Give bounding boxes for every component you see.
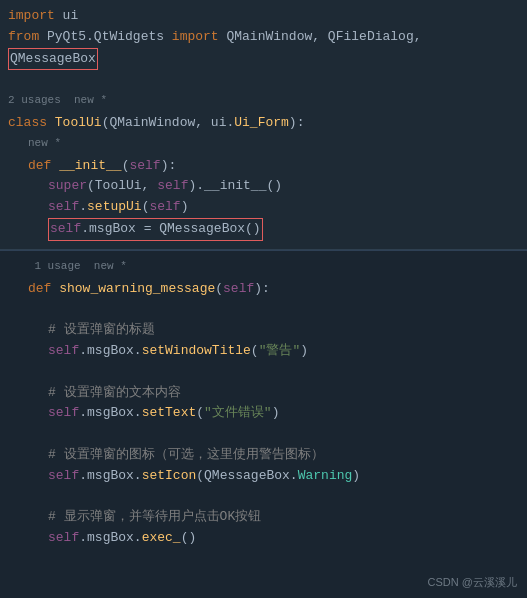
code-editor: import ui from PyQt5.QtWidgets import QM…: [0, 0, 527, 598]
funcname-init: __init__: [51, 156, 121, 177]
blank-line-2: [8, 299, 519, 320]
text-ui: ui: [55, 6, 78, 27]
watermark: CSDN @云溪溪儿: [428, 575, 517, 590]
line-super: super (ToolUi, self ).__init__(): [8, 176, 519, 197]
line-from: from PyQt5.QtWidgets import QMainWindow,…: [8, 27, 519, 71]
class-colon: ):: [289, 113, 305, 134]
usage-count-1: 2 usages new *: [8, 91, 519, 111]
keyword-class: class: [8, 113, 47, 134]
show-colon: ):: [254, 279, 270, 300]
super-args: (ToolUi,: [87, 176, 157, 197]
line-set-text: self . msgBox. setText ( "文件错误" ): [8, 403, 519, 424]
icon-close: ): [352, 466, 360, 487]
line-import-ui: import ui: [8, 6, 519, 27]
top-code-section: import ui from PyQt5.QtWidgets import QM…: [0, 0, 527, 250]
setup-args: (: [142, 197, 150, 218]
self-exec: self: [48, 528, 79, 549]
blank-line-1: [8, 70, 519, 91]
blank-line-5: [8, 487, 519, 508]
keyword-import: import: [8, 6, 55, 27]
line-new-star: new *: [8, 134, 519, 156]
usage-count-2: 1 usage new *: [8, 257, 519, 277]
keyword-import2: import: [172, 27, 219, 48]
dot1: .: [79, 341, 87, 362]
self-msgbox: self: [50, 219, 81, 240]
msgbox-ref3: msgBox.: [87, 466, 142, 487]
blank-line-3: [8, 362, 519, 383]
funcname-show-warning: show_warning_message: [51, 279, 215, 300]
warning-enum: Warning: [298, 466, 353, 487]
init-params: (: [122, 156, 130, 177]
text-open: (: [196, 403, 204, 424]
super-call: super: [48, 176, 87, 197]
func-exec: exec_: [142, 528, 181, 549]
line-setup-ui: self . setupUi ( self ): [8, 197, 519, 218]
line-set-window-title: self . msgBox. setWindowTitle ( "警告" ): [8, 341, 519, 362]
module-name: PyQt5.QtWidgets: [39, 27, 172, 48]
func-set-text: setText: [142, 403, 197, 424]
icon-open: (QMessageBox.: [196, 466, 297, 487]
class-parents: (QMainWindow, ui.: [102, 113, 235, 134]
func-setup-ui: setupUi: [87, 197, 142, 218]
line-def-init: def __init__ ( self ):: [8, 156, 519, 177]
self-icon: self: [48, 466, 79, 487]
func-set-title: setWindowTitle: [142, 341, 251, 362]
self-title: self: [48, 341, 79, 362]
qmessagebox-constructor: QMessageBox(): [159, 219, 260, 240]
line-class: class ToolUi (QMainWindow, ui. Ui_Form )…: [8, 113, 519, 134]
super-rest: ).__init__(): [188, 176, 282, 197]
msgbox-assign-highlighted: self . msgBox = QMessageBox(): [48, 218, 263, 241]
comment-exec: # 显示弹窗，并等待用户点击OK按钮: [48, 507, 261, 528]
msgbox-ref4: msgBox.: [87, 528, 142, 549]
msgbox-ref1: msgBox.: [87, 341, 142, 362]
self-setup: self: [48, 197, 79, 218]
line-comment-title: # 设置弹窗的标题: [8, 320, 519, 341]
self-arg-setup: self: [149, 197, 180, 218]
line-comment-text: # 设置弹窗的文本内容: [8, 383, 519, 404]
setup-close: ): [181, 197, 189, 218]
line-msgbox-assign: self . msgBox = QMessageBox(): [8, 218, 519, 241]
line-def-show-warning: def show_warning_message ( self ):: [8, 279, 519, 300]
msgbox-ref2: msgBox.: [87, 403, 142, 424]
self-text: self: [48, 403, 79, 424]
string-warning: "警告": [259, 341, 301, 362]
title-close: ): [300, 341, 308, 362]
line-exec: self . msgBox. exec_ (): [8, 528, 519, 549]
keyword-def-2: def: [28, 279, 51, 300]
line-comment-icon: # 设置弹窗的图标（可选，这里使用警告图标）: [8, 445, 519, 466]
comment-title: # 设置弹窗的标题: [48, 320, 155, 341]
blank-line-4: [8, 424, 519, 445]
setup-dot: .: [79, 197, 87, 218]
line-set-icon: self . msgBox. setIcon (QMessageBox. War…: [8, 466, 519, 487]
exec-parens: (): [181, 528, 197, 549]
bottom-code-section: 1 usage new * def show_warning_message (…: [0, 251, 527, 598]
msgbox-attr: msgBox =: [89, 219, 159, 240]
new-star-label: new *: [28, 134, 61, 154]
dot4: .: [79, 528, 87, 549]
self-super: self: [157, 176, 188, 197]
classname-toolui: ToolUi: [47, 113, 102, 134]
imports-list: QMainWindow, QFileDialog,: [219, 27, 430, 48]
text-close: ): [272, 403, 280, 424]
line-comment-exec: # 显示弹窗，并等待用户点击OK按钮: [8, 507, 519, 528]
func-set-icon: setIcon: [142, 466, 197, 487]
msgbox-dot: .: [81, 219, 89, 240]
title-open: (: [251, 341, 259, 362]
string-file-error: "文件错误": [204, 403, 272, 424]
comment-text: # 设置弹窗的文本内容: [48, 383, 181, 404]
keyword-from: from: [8, 27, 39, 48]
comment-icon: # 设置弹窗的图标（可选，这里使用警告图标）: [48, 445, 324, 466]
keyword-def: def: [28, 156, 51, 177]
init-colon: ):: [161, 156, 177, 177]
self-param: self: [129, 156, 160, 177]
classname-form: Ui_Form: [234, 113, 289, 134]
self-show: self: [223, 279, 254, 300]
show-params: (: [215, 279, 223, 300]
dot3: .: [79, 466, 87, 487]
qmessagebox-highlighted: QMessageBox: [8, 48, 98, 71]
dot2: .: [79, 403, 87, 424]
